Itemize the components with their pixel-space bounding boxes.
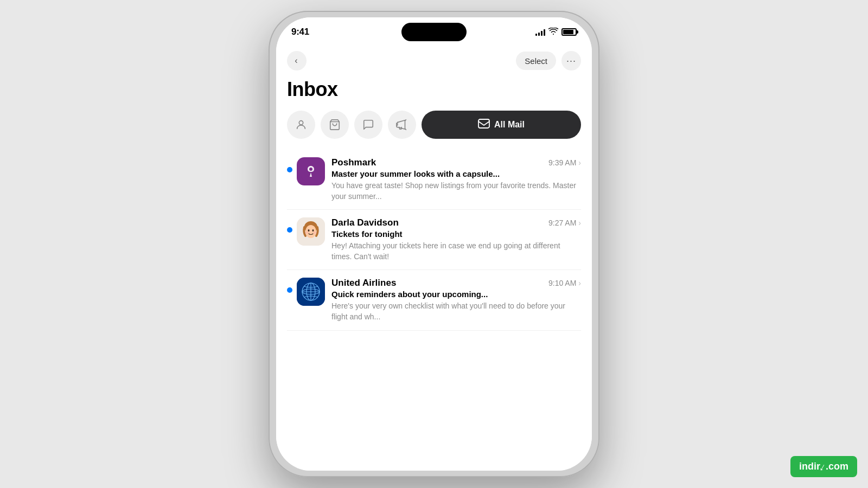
email-preview-united: Here's your very own checklist with what… xyxy=(331,301,581,322)
nav-bar: ‹ Select ··· xyxy=(276,47,592,73)
back-button[interactable]: ‹ xyxy=(287,51,307,70)
megaphone-icon xyxy=(396,119,408,131)
phone-screen: 9:41 xyxy=(276,17,592,471)
email-list: Poshmark 9:39 AM › Master your summer lo… xyxy=(287,150,581,331)
filter-tab-promotions[interactable] xyxy=(388,111,416,139)
status-bar: 9:41 xyxy=(276,17,592,47)
select-button[interactable]: Select xyxy=(516,52,556,70)
email-subject-united: Quick reminders about your upcoming... xyxy=(331,290,581,299)
main-content: Inbox xyxy=(276,73,592,471)
allmail-icon xyxy=(478,119,490,131)
wifi-icon xyxy=(548,28,558,37)
email-item-united[interactable]: United Airlines 9:10 AM › Quick reminder… xyxy=(287,270,581,330)
status-time: 9:41 xyxy=(291,27,309,37)
battery-icon xyxy=(561,28,577,36)
svg-point-8 xyxy=(308,229,310,232)
email-content-poshmark: Poshmark 9:39 AM › Master your summer lo… xyxy=(331,157,581,202)
indir-domain: .com xyxy=(826,461,848,472)
more-button[interactable]: ··· xyxy=(561,51,581,70)
avatar-united xyxy=(297,278,325,306)
email-item-poshmark[interactable]: Poshmark 9:39 AM › Master your summer lo… xyxy=(287,150,581,210)
message-icon xyxy=(362,119,374,131)
signal-icon xyxy=(535,28,545,36)
person-icon xyxy=(295,119,307,131)
unread-dot-united xyxy=(287,287,292,293)
email-chevron-darla: › xyxy=(578,219,581,227)
email-chevron-poshmark: › xyxy=(578,158,581,167)
svg-rect-2 xyxy=(478,119,489,128)
email-chevron-united: › xyxy=(578,279,581,287)
filter-tab-shopping[interactable] xyxy=(321,111,349,139)
svg-point-11 xyxy=(313,232,316,234)
email-sender-united: United Airlines xyxy=(331,278,396,288)
more-dots-icon: ··· xyxy=(566,55,576,67)
avatar-poshmark xyxy=(297,157,325,185)
nav-right-actions: Select ··· xyxy=(516,51,581,70)
email-preview-darla: Hey! Attaching your tickets here in case… xyxy=(331,241,581,262)
email-time-darla: 9:27 AM xyxy=(548,219,576,227)
email-time-united: 9:10 AM xyxy=(548,279,576,287)
filter-tab-messages[interactable] xyxy=(354,111,382,139)
filter-tab-person[interactable] xyxy=(287,111,315,139)
email-item-darla[interactable]: Darla Davidson 9:27 AM › Tickets for ton… xyxy=(287,210,581,270)
cart-icon xyxy=(329,119,341,131)
indir-watermark: indir ↓ .com xyxy=(790,456,857,477)
email-subject-poshmark: Master your summer looks with a capsule.… xyxy=(331,169,581,178)
phone-container: 9:41 xyxy=(269,11,599,477)
email-subject-darla: Tickets for tonight xyxy=(331,229,581,239)
filter-tab-allmail[interactable]: All Mail xyxy=(422,111,581,139)
email-sender-darla: Darla Davidson xyxy=(331,217,399,228)
back-chevron-icon: ‹ xyxy=(295,56,297,66)
email-content-united: United Airlines 9:10 AM › Quick reminder… xyxy=(331,278,581,322)
unread-dot-poshmark xyxy=(287,167,292,172)
unread-dot-darla xyxy=(287,227,292,233)
email-time-poshmark: 9:39 AM xyxy=(548,158,576,167)
svg-point-10 xyxy=(305,232,309,234)
svg-point-9 xyxy=(312,229,314,232)
email-preview-poshmark: You have great taste! Shop new listings … xyxy=(331,181,581,202)
dynamic-island xyxy=(401,23,467,41)
email-content-darla: Darla Davidson 9:27 AM › Tickets for ton… xyxy=(331,217,581,262)
avatar-darla xyxy=(297,217,325,246)
filter-tabs: All Mail xyxy=(287,111,581,139)
inbox-title: Inbox xyxy=(287,78,581,101)
svg-point-4 xyxy=(309,168,312,171)
allmail-label: All Mail xyxy=(494,120,525,130)
svg-point-0 xyxy=(299,121,303,125)
status-icons xyxy=(535,28,577,37)
email-sender-poshmark: Poshmark xyxy=(331,157,376,168)
